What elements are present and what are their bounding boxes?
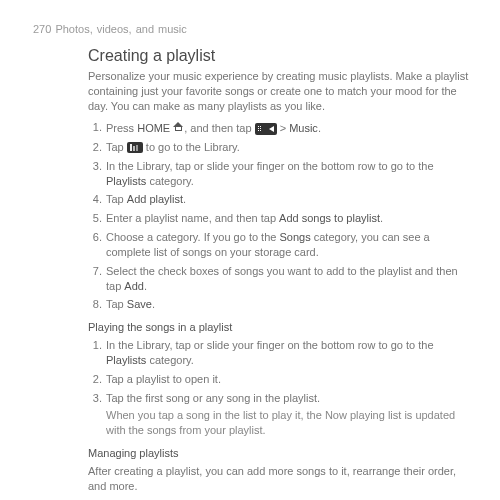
step-text: Tap Add playlist. — [106, 193, 186, 205]
step-text: Choose a category. If you go to the Song… — [106, 231, 430, 258]
create-playlist-steps: 1. Press HOME , and then tap > Music. 2.… — [88, 120, 470, 312]
step: 1. Press HOME , and then tap > Music. — [88, 120, 470, 136]
step-number: 4. — [88, 192, 102, 207]
step: 8. Tap Save. — [88, 297, 470, 312]
step: 6. Choose a category. If you go to the S… — [88, 230, 470, 260]
step: 4. Tap Add playlist. — [88, 192, 470, 207]
step-number: 7. — [88, 264, 102, 279]
content: Creating a playlist Personalize your mus… — [30, 45, 470, 500]
step-text: Tap the first song or any song in the pl… — [106, 392, 320, 404]
step-number: 3. — [88, 391, 102, 406]
step: 1. In the Library, tap or slide your fin… — [88, 338, 470, 368]
step-text: Press HOME , and then tap > Music. — [106, 122, 321, 134]
apps-icon — [255, 123, 277, 135]
step-text: Select the check boxes of songs you want… — [106, 265, 458, 292]
playing-steps: 1. In the Library, tap or slide your fin… — [88, 338, 470, 438]
managing-intro: After creating a playlist, you can add m… — [88, 464, 470, 494]
step-number: 8. — [88, 297, 102, 312]
section-title: Creating a playlist — [88, 45, 470, 67]
step-note: When you tap a song in the list to play … — [106, 408, 470, 438]
step-text: In the Library, tap or slide your finger… — [106, 160, 434, 187]
intro-paragraph: Personalize your music experience by cre… — [88, 69, 470, 114]
running-header: 270 Photos, videos, and music — [30, 22, 470, 45]
step: 5. Enter a playlist name, and then tap A… — [88, 211, 470, 226]
home-icon — [173, 122, 184, 132]
step-number: 3. — [88, 159, 102, 174]
step: 2. Tap to go to the Library. — [88, 140, 470, 155]
step: 3. In the Library, tap or slide your fin… — [88, 159, 470, 189]
step-number: 5. — [88, 211, 102, 226]
step-text: Tap a playlist to open it. — [106, 373, 221, 385]
page: 270 Photos, videos, and music Creating a… — [0, 0, 500, 500]
subsection-title-managing: Managing playlists — [88, 446, 470, 461]
step-text: Tap to go to the Library. — [106, 141, 240, 153]
step: 7. Select the check boxes of songs you w… — [88, 264, 470, 294]
step-number: 2. — [88, 140, 102, 155]
step-number: 1. — [88, 338, 102, 353]
step-text: Tap Save. — [106, 298, 155, 310]
step-text: Enter a playlist name, and then tap Add … — [106, 212, 383, 224]
step: 2. Tap a playlist to open it. — [88, 372, 470, 387]
library-icon — [127, 142, 143, 153]
step-number: 1. — [88, 120, 102, 135]
step: 3. Tap the first song or any song in the… — [88, 391, 470, 439]
subsection-title-playing: Playing the songs in a playlist — [88, 320, 470, 335]
step-number: 6. — [88, 230, 102, 245]
step-number: 2. — [88, 372, 102, 387]
step-text: In the Library, tap or slide your finger… — [106, 339, 434, 366]
